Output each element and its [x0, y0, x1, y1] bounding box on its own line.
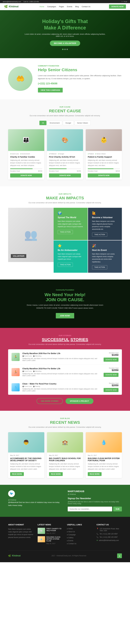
impacts-title: MAKE AN IMPACTS [8, 196, 122, 200]
top-bar: admin@khidmatcharity.com Call Us: 1-800-… [0, 0, 130, 3]
story-2-description: Sadipscing elit, and diam nonumy eirmod … [22, 373, 101, 376]
cause-tab-hunger[interactable]: Hunger [63, 121, 74, 125]
nav-contact[interactable]: Contact Us [82, 6, 90, 8]
story-2-donate-button[interactable]: DONATE NOW [104, 373, 119, 377]
nav-campaigns[interactable]: Campaigns [47, 6, 56, 8]
impacts-grid: 🌍 Spread The World Nam libero tempore cu… [54, 208, 122, 273]
dot-2[interactable] [64, 49, 66, 50]
story-2-goal-label: Donation Goal [104, 367, 119, 369]
footer-link-contact[interactable]: ▸ Contact Us [67, 543, 93, 544]
cause-card-2-donate-button[interactable]: DONATE NOW [49, 174, 81, 178]
footer-link-home[interactable]: ▸ Home [67, 528, 93, 530]
footer-phone1-text: Tel: (+111) 280 125 4567 [100, 533, 118, 535]
linkedin-icon[interactable]: in [124, 1, 125, 2]
story-3-donate-button[interactable]: DONATE NOW [104, 388, 119, 392]
cause-card-3-donate-button[interactable]: DONATE NOW [88, 174, 120, 178]
cause-card-3: 👶 ● Patient ● Senior Citizen Patient & F… [86, 129, 122, 180]
join-button[interactable]: JOIN NOW! [56, 313, 74, 318]
sponsor-project-button[interactable]: SPONSOR A PROJECT [66, 398, 93, 404]
story-3-title: Clean – Water For Rural Poor Country [22, 383, 101, 385]
hero-volunteer-button[interactable]: BECOME A VOLUNTEER [50, 40, 80, 46]
impacts-title-text: MAKE AN [46, 196, 65, 200]
footer-link-events[interactable]: ▸ Events [67, 540, 93, 542]
top-bar-phone[interactable]: Call Us: 1-800-123-456 [23, 1, 39, 2]
cause-tag: Our Cause [8, 106, 122, 108]
footer-address-text: 123 Jonestown Road, New York, USA [100, 528, 122, 532]
cause-card-3-meta: ● Patient ● Senior Citizen [88, 153, 120, 154]
nav-blog[interactable]: Blog [75, 6, 79, 8]
footer-news-1-date: May 28, 2017 [46, 532, 56, 534]
story-1-image: 🏃 [11, 353, 20, 361]
nav-events[interactable]: Events [67, 6, 72, 8]
news-card-3-read-more-button[interactable]: READ MORE [88, 472, 101, 476]
impact-block-1-action-button[interactable]: TAKE ACTION [58, 230, 73, 234]
cause-card-1-body: ● Event Less ● Environment Charity A Fam… [8, 151, 44, 180]
news-card-1-image: 👦 [8, 432, 44, 452]
footer-news-column: LATEST NEWS 📰 FIRST CHARITY TO HELP POOR… [38, 524, 63, 546]
top-bar-email[interactable]: admin@khidmatcharity.com [3, 1, 21, 2]
news-card-2-image: 🏫 [47, 432, 83, 452]
cause-card-1: 👨‍👩‍👧 ● Event Less ● Environment Charity… [8, 129, 44, 180]
footer-link-campaign[interactable]: ▸ Campaign [67, 534, 93, 536]
twitter-newsletter-section: 🐦 @ Khidmat @HillaireKall Dob her time i… [0, 485, 130, 517]
news-card-2: 🏫 May 30, 2017 BIG CHARITY BUILD SCHOOL … [47, 432, 83, 478]
cause-card-2: 🎨 ● Petitioner ● Hunger First Charity Ac… [47, 129, 83, 180]
nav-donate-button[interactable]: DONATE NOW [109, 4, 126, 9]
googleplus-icon[interactable]: g+ [126, 1, 127, 2]
story-3-meta: ⬤ Event Less ⬤ Raising [22, 386, 101, 387]
cause-card-1-meta1: ● Event Less [10, 153, 19, 154]
news-card-3-title: BUILDING CLEAN WATER SYSTEM FOR RURAL PO… [88, 457, 120, 462]
top-bar-left: admin@khidmatcharity.com Call Us: 1-800-… [3, 1, 41, 2]
newsletter-form: SUB [68, 507, 122, 512]
scroll-top-button[interactable]: ▲ [117, 554, 122, 558]
footer-about-column: ABOUT KHIDMAT Nam libero tempore cum sol… [8, 524, 34, 546]
news-card-1-read-more-button[interactable]: READ MORE [10, 472, 24, 476]
twitter-text: @HillaireKall Dob her time is doin it! I… [8, 501, 62, 507]
location-icon: 📍 [97, 528, 99, 532]
newsletter-subscribe-button[interactable]: SUB [113, 507, 122, 512]
dot-1[interactable] [62, 49, 64, 50]
nav-home[interactable]: Home [39, 6, 44, 8]
impact-block-2-action-button[interactable]: TAKE ACTION [92, 232, 107, 237]
story-3-info: Clean – Water For Rural Poor Country ⬤ E… [22, 383, 101, 392]
stories-title-colored: STORIES [70, 337, 88, 342]
stories-title: SUCCESSFUL STORIES [8, 337, 122, 342]
cause-tab-environment[interactable]: Environment [47, 121, 62, 125]
footer-leaf-icon: 🌿 [8, 554, 11, 557]
impact-block-4-description: Nam libero tempore cum soluta nobis elig… [92, 253, 118, 263]
cause-card-3-donation-label: Donation Goal: [88, 170, 98, 172]
impact-block-2-description: Nam libero tempore cum soluta nobis elig… [92, 220, 118, 230]
story-2-goal-amount: $2050 [104, 369, 119, 372]
see-more-stories-button[interactable]: SEE MORE STORIES [37, 398, 63, 404]
news-tag: Our Blog [8, 418, 122, 420]
cause-card-2-amounts: Donation Goal: $1055 [49, 170, 81, 172]
footer-link-gallery[interactable]: ▸ Gallery [67, 537, 93, 539]
cause-card-1-donate-button[interactable]: DONATE NOW [10, 174, 42, 178]
top-bar-social:  ✓ in g+ [121, 1, 127, 2]
impact-block-3-action-button[interactable]: TAKE ACTION [58, 263, 73, 267]
cause-tab-all[interactable]: All [39, 121, 46, 125]
community-cta-button[interactable]: VIEW THIS CAMPAIGN [38, 88, 63, 92]
cause-tab-senior[interactable]: Senior Citizen [74, 121, 91, 125]
news-card-2-read-more-button[interactable]: READ MORE [49, 472, 63, 476]
news-card-3-date: May 31, 2017 [88, 454, 120, 456]
cause-card-3-description: Adipiscing elit, and diam nonumy eirmod … [88, 159, 120, 167]
email-icon: ✉ [97, 540, 98, 541]
facebook-icon[interactable]:  [121, 1, 122, 2]
footer-link-about[interactable]: ▸ About Us [67, 531, 93, 533]
community-tag: Community Foundation [38, 65, 122, 67]
volunteer-image: 👥 VOLUNTEER [8, 208, 54, 262]
news-subtitle: Eus erat consectetur odi amet labore def… [24, 426, 106, 428]
impacts-right-column: 🌍 Spread The World Nam libero tempore cu… [54, 208, 122, 273]
join-subtitle-colored: JOIN OUR CAUSE. [46, 297, 84, 302]
impact-block-4-action-button[interactable]: TAKE ACTION [92, 265, 107, 269]
story-1-donate-button[interactable]: DONATE NOW [104, 358, 119, 362]
news-card-1-title: ACCOMPANIED BY THE ONGOING DEVELOPMENT O… [10, 457, 42, 462]
dot-3[interactable] [66, 49, 68, 50]
join-title: We Need Your Help! JOIN OUR CAUSE. [8, 292, 122, 302]
cause-card-1-progress-bar [10, 168, 42, 169]
footer-news-2-date: May 30, 2017 [46, 543, 56, 544]
nav-pages[interactable]: Pages [59, 6, 64, 8]
newsletter-email-input[interactable] [68, 507, 112, 512]
twitter-icon[interactable]: ✓ [123, 1, 124, 2]
